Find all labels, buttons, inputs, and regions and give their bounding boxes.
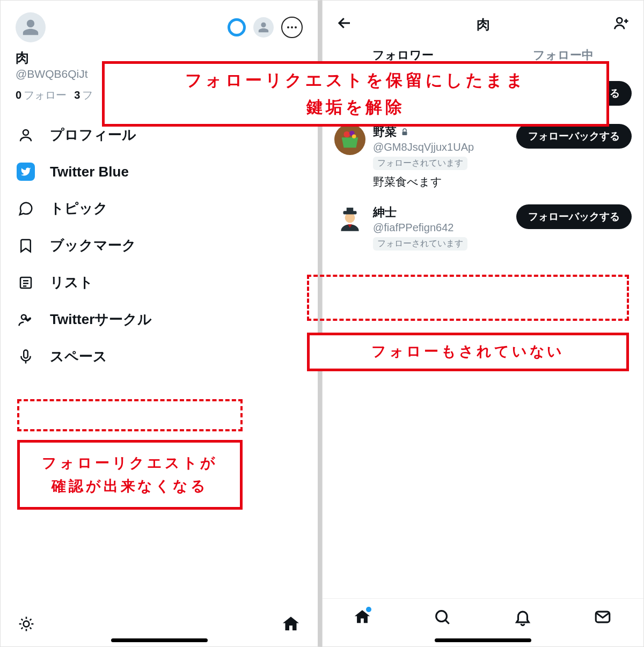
menu-item-lists[interactable]: リスト (13, 264, 305, 301)
svg-rect-6 (24, 350, 28, 358)
svg-point-18 (617, 18, 622, 23)
annotation-left: フォローリクエストが 確認が出来なくなる (17, 440, 243, 510)
svg-point-8 (24, 621, 30, 627)
follow-back-button[interactable]: フォローバックする (516, 124, 632, 149)
basket-icon (338, 127, 362, 152)
menu-item-blue[interactable]: Twitter Blue (13, 153, 305, 190)
svg-point-28 (436, 611, 447, 621)
people-heart-icon (17, 311, 35, 329)
menu-label: Twitter Blue (50, 164, 129, 180)
home-indicator (435, 638, 531, 642)
menu-item-circle[interactable]: Twitterサークル (13, 301, 305, 338)
arrow-left-icon (336, 15, 353, 31)
nav-messages[interactable] (594, 608, 613, 627)
gentleman-icon (336, 207, 363, 233)
account-ring-icon[interactable] (228, 18, 246, 36)
bookmark-icon (17, 237, 35, 255)
svg-point-0 (23, 130, 28, 135)
followed-badge: フォローされています (373, 157, 467, 170)
person-add-icon (613, 15, 630, 31)
user-handle: @fiafPPefign642 (373, 222, 509, 234)
annotation-dashed-right (307, 275, 629, 321)
bell-icon (514, 608, 532, 626)
list-icon (17, 274, 35, 292)
following-stat[interactable]: 0フォロー (16, 88, 67, 102)
bottom-nav (323, 598, 643, 636)
nav-notifications[interactable] (514, 608, 533, 627)
chat-icon (17, 200, 35, 218)
mail-icon (594, 608, 612, 626)
annotation-right: フォローもされていない (307, 333, 629, 371)
svg-point-23 (352, 134, 356, 138)
svg-line-29 (445, 620, 449, 623)
page-title: 肉 (477, 16, 490, 33)
annotation-top: フォローリクエストを保留にしたまま 鍵垢を解除 (102, 61, 609, 127)
twitter-blue-icon (17, 163, 35, 181)
user-handle: @GM8JsqVjjux1UAp (373, 141, 509, 153)
menu-label: トピック (50, 199, 108, 218)
person-icon (21, 18, 40, 36)
nav-search[interactable] (433, 608, 452, 627)
lock-icon (400, 127, 409, 137)
menu-label: プロフィール (50, 126, 136, 144)
svg-rect-27 (347, 208, 354, 212)
followers-stat[interactable]: 3フ (74, 88, 93, 102)
menu-item-bookmarks[interactable]: ブックマーク (13, 227, 305, 264)
account-switch-avatar[interactable] (253, 17, 274, 38)
menu-item-spaces[interactable]: スペース (13, 338, 305, 375)
follower-row[interactable]: 野菜 @GM8JsqVjjux1UAp フォローされています 野菜食べます フォ… (323, 116, 643, 197)
home-indicator (111, 638, 208, 642)
more-button[interactable] (281, 17, 303, 38)
svg-point-21 (344, 131, 350, 137)
followed-badge: フォローされています (373, 237, 467, 251)
follower-row[interactable]: 紳士 @fiafPPefign642 フォローされています フォローバックする (323, 197, 643, 258)
add-user-button[interactable] (613, 15, 630, 33)
search-icon (433, 608, 451, 626)
svg-line-15 (30, 619, 32, 621)
menu-label: リスト (50, 273, 93, 292)
annotation-dashed-left (17, 399, 243, 431)
person-outline-icon (17, 126, 35, 144)
svg-line-13 (21, 619, 23, 621)
svg-line-16 (21, 628, 23, 629)
home-peek-icon[interactable] (281, 614, 301, 636)
svg-rect-24 (402, 131, 407, 135)
theme-icon[interactable] (18, 615, 35, 635)
follow-back-button[interactable]: フォローバックする (516, 204, 632, 229)
notification-dot-icon (366, 607, 371, 612)
user-avatar[interactable] (334, 124, 365, 155)
menu-label: スペース (50, 347, 107, 366)
user-avatar[interactable] (334, 204, 365, 236)
menu-label: ブックマーク (50, 236, 136, 255)
menu-item-topics[interactable]: トピック (13, 190, 305, 227)
person-icon (258, 21, 269, 33)
back-button[interactable] (336, 15, 353, 33)
user-name: 紳士 (373, 204, 397, 220)
avatar[interactable] (16, 12, 46, 42)
user-bio: 野菜食べます (373, 174, 509, 189)
svg-line-14 (30, 628, 32, 629)
mic-icon (17, 348, 35, 366)
nav-home[interactable] (353, 608, 372, 627)
menu-label: Twitterサークル (50, 310, 152, 329)
